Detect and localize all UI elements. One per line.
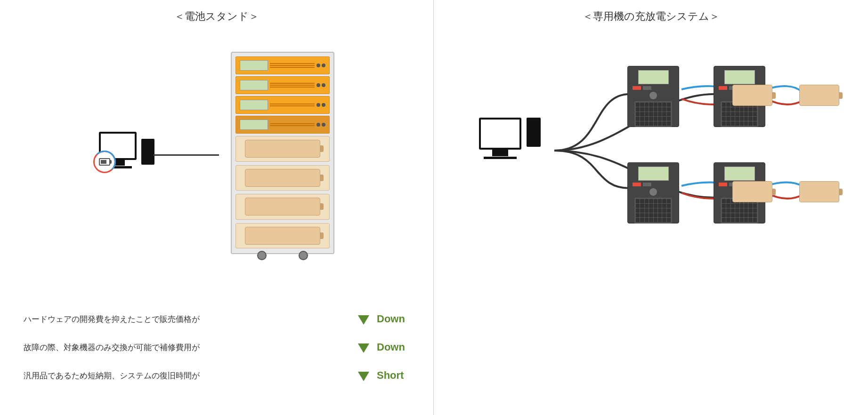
unit-screen-tr — [724, 70, 755, 84]
rack-instrument-3 — [235, 96, 330, 114]
rack-line — [270, 87, 315, 88]
unit-screen-br — [724, 167, 755, 181]
knob — [322, 83, 325, 87]
rack-slot-2 — [235, 165, 330, 191]
instrument-screen-4 — [240, 120, 268, 130]
right-battery-tl — [732, 85, 772, 106]
rack-slot-1 — [235, 136, 330, 162]
unit-grid-bl — [634, 198, 672, 223]
rack-line — [270, 104, 315, 104]
instrument-lines-2 — [270, 83, 315, 88]
right-monitor-screen — [481, 120, 519, 148]
left-illustration — [85, 38, 349, 273]
rack-line — [270, 83, 315, 84]
knob — [322, 103, 325, 107]
left-tower — [141, 139, 154, 165]
feature-row-2: 故障の際、対象機器のみ交換が可能で補修費用が Down — [24, 340, 410, 355]
right-panel: ＜専用機の充放電システム＞ — [434, 0, 868, 415]
rack-instrument-4 — [235, 116, 330, 134]
instrument-knobs-1 — [316, 64, 325, 67]
rack-wheels — [232, 251, 333, 260]
feature-label-1: Down — [377, 313, 410, 325]
left-title: ＜電池スタンド＞ — [174, 9, 259, 24]
svg-marker-1 — [358, 343, 369, 353]
feature-text-2: 故障の際、対象機器のみ交換が可能で補修費用が — [24, 342, 350, 353]
battery-ring — [93, 151, 116, 173]
feature-label-2: Down — [377, 341, 410, 353]
slot-battery-3 — [245, 198, 320, 215]
left-panel: ＜電池スタンド＞ — [0, 0, 434, 415]
knob — [316, 123, 320, 127]
left-cable — [153, 154, 219, 156]
unit-indicator-tl — [628, 86, 679, 90]
battery-icon — [93, 151, 116, 173]
slot-battery-4 — [245, 227, 320, 245]
feature-text-3: 汎用品であるため短納期、システムの復旧時間が — [24, 370, 350, 381]
rack-line — [270, 123, 315, 124]
battery-fill — [101, 160, 106, 164]
feature-row-3: 汎用品であるため短納期、システムの復旧時間が Short — [24, 368, 410, 383]
rack-line — [270, 105, 315, 106]
instrument-screen-3 — [240, 100, 268, 110]
right-tower — [527, 118, 541, 147]
arrow-down-icon-1 — [356, 311, 371, 327]
indicator-dark — [643, 86, 651, 90]
knob — [322, 64, 325, 67]
rack-slot-3 — [235, 194, 330, 220]
unit-indicator-bl — [628, 183, 679, 186]
left-features: ハードウェアの開発費を抑えたことで販売価格が Down 故障の際、対象機器のみ交… — [9, 302, 424, 406]
right-battery-bl — [732, 181, 772, 202]
indicator-red — [633, 86, 641, 90]
right-computer-group — [479, 118, 541, 150]
instrument-knobs-2 — [316, 83, 325, 87]
instrument-knobs-3 — [316, 103, 325, 107]
right-battery-br — [799, 181, 839, 202]
instrument-lines-1 — [270, 63, 315, 68]
indicator-red — [719, 86, 727, 90]
right-title: ＜専用機の充放電システム＞ — [583, 9, 720, 24]
rack-slot-4 — [235, 223, 330, 249]
rack-instruments — [235, 56, 330, 134]
indicator-dark — [643, 183, 651, 186]
rack-line — [270, 125, 315, 126]
wheel-left — [257, 251, 267, 260]
rack-instrument-1 — [235, 56, 330, 74]
unit-grid-tl — [634, 101, 672, 127]
rack-line — [270, 85, 315, 86]
unit-screen-tl — [638, 70, 669, 84]
charge-unit-top-left — [627, 66, 679, 127]
indicator-red — [633, 183, 641, 186]
svg-marker-2 — [358, 372, 369, 381]
slot-battery-1 — [245, 140, 320, 158]
instrument-lines-3 — [270, 104, 315, 106]
slot-battery-2 — [245, 169, 320, 187]
instrument-screen-2 — [240, 80, 268, 90]
wheel-right — [299, 251, 308, 260]
svg-marker-0 — [358, 315, 369, 325]
instrument-knobs-4 — [316, 123, 325, 127]
right-illustration — [451, 38, 851, 273]
feature-row-1: ハードウェアの開発費を抑えたことで販売価格が Down — [24, 311, 410, 327]
rack-line — [270, 65, 315, 66]
arrow-down-icon-3 — [356, 368, 371, 383]
rack-line — [270, 67, 315, 68]
arrow-down-icon-2 — [356, 340, 371, 355]
feature-label-3: Short — [377, 369, 410, 382]
unit-screen-bl — [638, 167, 669, 181]
charge-unit-bottom-left — [627, 162, 679, 223]
right-monitor — [479, 118, 521, 150]
knob — [322, 123, 325, 127]
rack-line — [270, 63, 315, 64]
battery-inner-icon — [99, 158, 110, 166]
indicator-red — [719, 183, 727, 186]
knob — [316, 103, 320, 107]
rack-instrument-2 — [235, 76, 330, 94]
knob — [316, 64, 320, 67]
right-battery-tr — [799, 85, 839, 106]
unit-circle-bl — [649, 188, 657, 196]
unit-circle-tl — [649, 92, 657, 99]
instrument-lines-4 — [270, 123, 315, 126]
battery-rack — [231, 52, 334, 254]
instrument-screen-1 — [240, 60, 268, 71]
feature-text-1: ハードウェアの開発費を抑えたことで販売価格が — [24, 314, 350, 325]
